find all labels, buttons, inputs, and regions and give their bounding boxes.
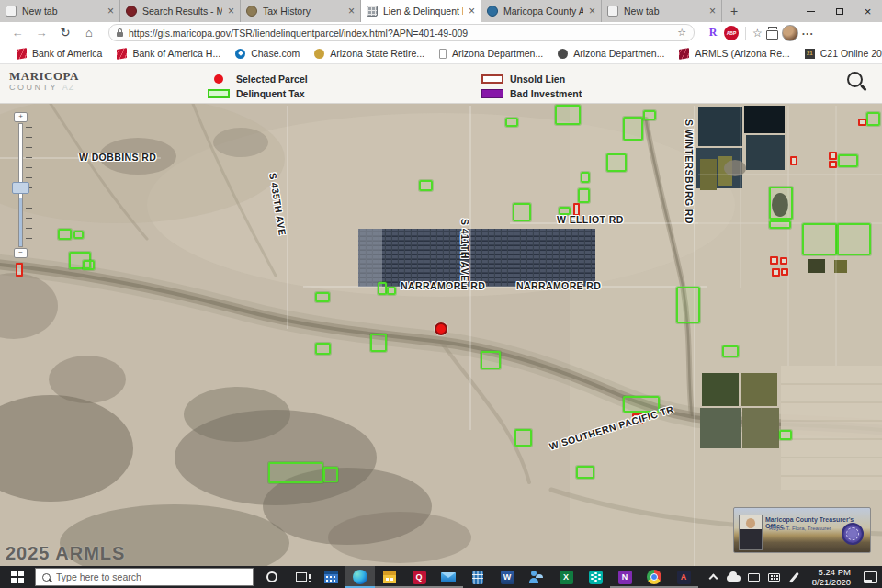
tab-search-results-maric[interactable]: Search Results - Maric...× (120, 0, 241, 22)
tab-close-icon[interactable]: × (228, 6, 234, 17)
gis-map[interactable]: W DOBBINS RDS 435TH AVES 411TH AVEW ELLI… (0, 104, 882, 566)
delinquent-tax-parcel[interactable] (378, 282, 387, 295)
delinquent-tax-parcel[interactable] (370, 334, 387, 352)
url-text[interactable]: https://gis.maricopa.gov/TSR/liendelinqu… (129, 28, 672, 39)
bookmark-c21-online-2020[interactable]: 21C21 Online 2020 (797, 44, 882, 62)
favorites-bar-icon[interactable]: ☆ (752, 27, 763, 40)
address-bar[interactable]: https://gis.maricopa.gov/TSR/liendelinqu… (108, 24, 695, 41)
unsold-lien-parcel[interactable] (781, 268, 788, 276)
new-tab-button[interactable]: + (722, 0, 746, 22)
tab-new-tab[interactable]: New tab× (0, 0, 120, 22)
store-taskbar-button[interactable] (375, 566, 404, 588)
people-taskbar-button[interactable] (522, 566, 551, 588)
taskbar-search-box[interactable] (35, 568, 254, 586)
excel-taskbar-button[interactable]: X (551, 566, 581, 588)
action-center-button[interactable] (858, 566, 882, 588)
tab-tax-history[interactable]: Tax History× (241, 0, 361, 22)
mail-taskbar-button[interactable] (434, 566, 463, 588)
connect-display-button[interactable] (744, 566, 764, 588)
close-button[interactable]: × (854, 0, 882, 22)
collections-icon[interactable] (766, 30, 778, 40)
delinquent-tax-parcel[interactable] (769, 187, 793, 220)
bookmark-arizona-departmen[interactable]: Arizona Departmen... (432, 44, 550, 62)
chrome-taskbar-button[interactable] (639, 566, 669, 588)
calendar-taskbar-button[interactable] (316, 566, 345, 588)
unsold-lien-parcel[interactable] (829, 161, 837, 168)
delinquent-tax-parcel[interactable] (606, 153, 627, 172)
delinquent-tax-parcel[interactable] (769, 220, 791, 229)
fitbit-taskbar-button[interactable] (581, 566, 610, 588)
start-button[interactable] (0, 566, 35, 588)
bookmark-arizona-departmen[interactable]: Arizona Departmen... (550, 44, 672, 62)
minimize-button[interactable] (797, 0, 825, 22)
delinquent-tax-parcel[interactable] (419, 180, 433, 191)
back-icon[interactable]: ← (7, 26, 28, 40)
bookmark-chase-com[interactable]: Chase.com (228, 44, 307, 62)
tab-new-tab[interactable]: New tab× (602, 0, 722, 22)
delinquent-tax-parcel[interactable] (838, 154, 858, 167)
delinquent-tax-parcel[interactable] (315, 292, 330, 302)
delinquent-tax-parcel[interactable] (581, 172, 590, 183)
unsold-lien-parcel[interactable] (829, 152, 837, 160)
touch-keyboard-button[interactable] (764, 566, 785, 588)
delinquent-tax-parcel[interactable] (387, 287, 396, 295)
edge-taskbar-button[interactable] (345, 566, 375, 588)
tab-close-icon[interactable]: × (709, 6, 716, 17)
tab-maricopa-county-asse[interactable]: Maricopa County Asse...× (481, 0, 602, 22)
delinquent-tax-parcel[interactable] (513, 203, 531, 221)
adblock-extension-icon[interactable]: ABP (724, 26, 739, 40)
forward-icon[interactable]: → (31, 26, 51, 40)
zoom-in-button[interactable]: + (14, 112, 28, 122)
unsold-lien-parcel[interactable] (772, 268, 780, 277)
delinquent-tax-parcel[interactable] (481, 351, 501, 369)
delinquent-tax-parcel[interactable] (779, 430, 792, 440)
acrobat-taskbar-button[interactable]: A (669, 566, 698, 588)
task-view-taskbar-button[interactable] (287, 566, 316, 588)
delinquent-tax-parcel[interactable] (505, 118, 518, 127)
menu-dots-icon[interactable]: ... (802, 25, 814, 38)
delinquent-tax-parcel[interactable] (676, 287, 700, 323)
delinquent-tax-parcel[interactable] (802, 223, 837, 255)
chevron-up-button[interactable] (704, 566, 724, 588)
delinquent-tax-parcel[interactable] (722, 345, 739, 357)
delinquent-tax-parcel[interactable] (74, 231, 84, 239)
refresh-icon[interactable]: ↻ (55, 26, 75, 40)
delinquent-tax-parcel[interactable] (623, 117, 643, 141)
bookmark-arizona-state-retire[interactable]: Arizona State Retire... (307, 44, 432, 62)
delinquent-tax-parcel[interactable] (514, 429, 532, 447)
pen-button[interactable] (785, 566, 805, 588)
search-icon[interactable] (847, 72, 863, 87)
bookmark-bank-of-america[interactable]: Bank of America (9, 44, 109, 62)
rakuten-extension-icon[interactable]: R (706, 26, 720, 40)
zoom-slider-thumb[interactable] (12, 182, 29, 194)
delinquent-tax-parcel[interactable] (866, 112, 880, 126)
selected-parcel-marker[interactable] (435, 322, 447, 335)
delinquent-tax-parcel[interactable] (323, 467, 338, 482)
quicken-taskbar-button[interactable]: Q (404, 566, 434, 588)
word-taskbar-button[interactable]: W (492, 566, 522, 588)
zoom-out-button[interactable]: − (14, 248, 28, 258)
maximize-button[interactable] (825, 0, 854, 22)
onedrive-cloud-button[interactable] (724, 566, 744, 588)
tab-close-icon[interactable]: × (589, 6, 595, 17)
calculator-taskbar-button[interactable] (463, 566, 492, 588)
unsold-lien-parcel[interactable] (770, 256, 778, 265)
favorite-star-icon[interactable]: ☆ (677, 27, 686, 39)
bookmark-armls-arizona-re[interactable]: ARMLS (Arizona Re... (672, 44, 797, 62)
unsold-lien-parcel[interactable] (858, 119, 866, 126)
delinquent-tax-parcel[interactable] (576, 466, 594, 479)
taskbar-search-input[interactable] (56, 571, 246, 582)
cortana-taskbar-button[interactable] (257, 566, 287, 588)
bookmark-bank-of-america-h[interactable]: Bank of America H... (109, 44, 228, 62)
tab-close-icon[interactable]: × (348, 6, 355, 17)
tab-close-icon[interactable]: × (469, 6, 475, 17)
delinquent-tax-parcel[interactable] (578, 188, 590, 203)
delinquent-tax-parcel[interactable] (643, 110, 656, 120)
delinquent-tax-parcel[interactable] (58, 229, 72, 240)
profile-avatar[interactable] (782, 25, 798, 41)
delinquent-tax-parcel[interactable] (268, 462, 323, 483)
unsold-lien-parcel[interactable] (780, 257, 787, 265)
delinquent-tax-parcel[interactable] (83, 260, 95, 270)
unsold-lien-parcel[interactable] (16, 263, 23, 277)
delinquent-tax-parcel[interactable] (315, 343, 331, 355)
